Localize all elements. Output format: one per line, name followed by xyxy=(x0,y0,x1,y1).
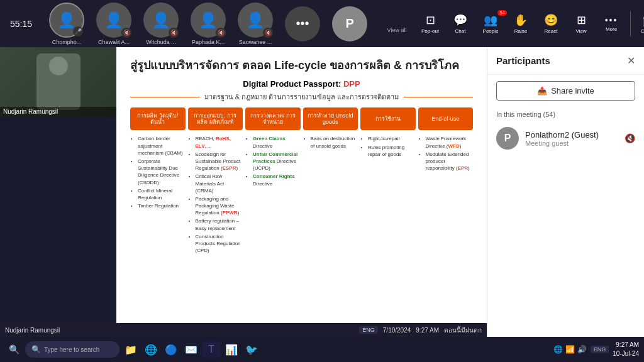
box-3: การทำลาย Unsold goods xyxy=(303,107,358,130)
taskbar-file-icon[interactable]: 📁 xyxy=(122,341,140,358)
toolbar-right: ⊡ Pop-out 💬 Chat 👥 54 People ✋ Raise 😊 R… xyxy=(419,11,644,36)
react-label: React xyxy=(545,28,558,34)
bullet-6-0: Waste Framework Directive (WFD) xyxy=(426,135,474,149)
bullet-6-1: Modulate Extended producer responsibilit… xyxy=(426,151,474,172)
bullet-3-0: Green Claims Directive xyxy=(253,135,301,149)
participant-name-0: Ponlathorn2 (Guest) xyxy=(525,130,618,140)
bullet-col-6: Waste Framework Directive (WFD) Modulate… xyxy=(418,135,474,255)
search-bar[interactable]: 🔍 Type here to search xyxy=(25,341,119,358)
bullet-2-3: Packaging and Packaging Waste Regulation… xyxy=(196,195,243,217)
taskbar-chrome-icon[interactable]: 🔵 xyxy=(162,341,180,358)
react-icon: 😊 xyxy=(544,13,558,27)
box-0: การผลิต วัตถุดิบ/ ต้นน้ำ xyxy=(130,107,186,130)
slide-content: สู่รูปแบบบริหารจัดการ ตลอด Life-cycle ขอ… xyxy=(116,47,487,337)
thumb-host: 👤 🎤 Chompho... xyxy=(45,3,89,45)
more-button[interactable]: ••• More xyxy=(600,15,623,32)
taskbar-mail-icon[interactable]: ✉️ xyxy=(182,341,200,358)
system-clock: 9:27 AM 10-Jul-24 xyxy=(613,341,639,358)
more-participants-btn[interactable]: ••• xyxy=(285,6,320,41)
taskbar-lang: ENG xyxy=(591,346,609,353)
bottom-date: 7/10/2024 xyxy=(383,327,411,334)
thumb-name-0: Chompho... xyxy=(47,39,87,45)
bottom-bar-right: ENG 7/10/2024 9:27 AM ตอนนี้มีฝนตก xyxy=(359,326,482,335)
people-label: People xyxy=(483,28,499,34)
bullet-2-0: REACH, RoHS, ELV, ... xyxy=(196,135,243,149)
chat-button[interactable]: 💬 Chat xyxy=(449,13,472,34)
bullet-1-2: Conflict Mineral Regulation xyxy=(138,187,186,201)
bullet-col-1: Carbon border adjustment mechanism (CBAM… xyxy=(130,135,186,255)
view-all-thumb[interactable]: View all xyxy=(375,14,419,33)
taskbar-app2-icon[interactable]: 🐦 xyxy=(243,341,260,358)
camera-label: Camera xyxy=(641,28,644,34)
people-button[interactable]: 👥 54 People xyxy=(479,13,502,34)
tray-network-icon: 🌐 xyxy=(553,345,563,354)
participants-panel: Participants ✕ 📤 Share invite In this me… xyxy=(487,47,644,337)
raise-icon: ✋ xyxy=(514,13,528,27)
participant-item-0: P Ponlathorn2 (Guest) Meeting guest 🔇 xyxy=(487,122,644,155)
bullet-col-2: REACH, RoHS, ELV, ... Ecodesign for Sust… xyxy=(188,135,243,255)
box-4: การใช้งาน xyxy=(360,107,416,130)
system-tray: 🌐 📶 🔊 xyxy=(553,345,587,354)
participant-mute-icon-0: 🔇 xyxy=(625,133,635,143)
people-badge: 54 xyxy=(497,10,507,16)
lang-badge: ENG xyxy=(359,326,378,334)
bullet-col-4: Bans on destruction of unsold goods xyxy=(303,135,358,255)
presenter-name: Nudjarin Ramungsil xyxy=(5,327,60,334)
taskbar-edge-icon[interactable]: 🌐 xyxy=(142,341,160,358)
bullet-1-0: Carbon border adjustment mechanism (CBAM… xyxy=(138,135,186,156)
react-button[interactable]: 😊 React xyxy=(540,13,562,34)
bullet-3-2: Consumer Rights Directive xyxy=(253,173,301,187)
participant-avatar-0: P xyxy=(496,127,519,150)
thumb-name-1: Chawalit A... xyxy=(94,39,135,45)
thumb-p: P xyxy=(328,6,372,41)
mic-1: 🔇 xyxy=(121,28,131,38)
bullet-1-1: Corporate Sustainability Due Diligence D… xyxy=(138,158,186,186)
avatar-3: 👤 🔇 xyxy=(191,3,226,38)
pop-out-button[interactable]: ⊡ Pop-out xyxy=(419,13,441,34)
share-invite-button[interactable]: 📤 Share invite xyxy=(496,81,635,101)
clock-date: 10-Jul-24 xyxy=(613,349,639,358)
bullet-2-5: Construction Products Regulation (CPD) xyxy=(196,233,243,255)
thumb-4: 👤 🔇 Saowanee ... xyxy=(233,3,277,45)
bullet-5-0: Right-to-repair xyxy=(368,135,416,142)
slide-subtitle: มาตรฐาน & กฎหมาย ด้านการรายงานข้อมูล และ… xyxy=(199,91,404,102)
taskbar: 🔍 🔍 Type here to search 📁 🌐 🔵 ✉️ T 📊 🐦 🌐… xyxy=(0,337,644,362)
people-icon: 👥 xyxy=(484,13,497,27)
pop-out-label: Pop-out xyxy=(421,28,439,34)
thumb-more[interactable]: ••• xyxy=(280,6,325,41)
dpp-acronym: DPP xyxy=(343,79,360,89)
taskbar-right: 🌐 📶 🔊 ENG 9:27 AM 10-Jul-24 xyxy=(553,341,639,358)
thumb-name-3: Paphada K... xyxy=(188,39,229,45)
bullet-4-0: Bans on destruction of unsold goods xyxy=(311,135,358,149)
close-panel-button[interactable]: ✕ xyxy=(627,55,635,67)
chat-label: Chat xyxy=(455,28,466,34)
taskbar-teams-icon[interactable]: T xyxy=(203,341,220,358)
search-placeholder: Type here to search xyxy=(44,346,99,353)
view-label: View xyxy=(575,28,586,34)
raise-button[interactable]: ✋ Raise xyxy=(509,13,532,34)
top-bar: 55:15 👤 🎤 Chompho... 👤 🔇 Chawalit A... 👤… xyxy=(0,0,644,47)
view-all-label[interactable]: View all xyxy=(387,27,407,33)
host-avatar: 👤 🎤 xyxy=(49,3,84,38)
camera-button[interactable]: 📷 Camera xyxy=(638,13,644,34)
mic-4: 🔇 xyxy=(263,28,273,38)
host-name: Nudjarin Ramungsil xyxy=(3,108,58,115)
pop-out-icon: ⊡ xyxy=(426,13,435,27)
participant-info-0: Ponlathorn2 (Guest) Meeting guest xyxy=(525,130,618,147)
bullet-col-3: Green Claims Directive Unfair Commercial… xyxy=(245,135,301,255)
participant-thumbnails: 👤 🎤 Chompho... 👤 🔇 Chawalit A... 👤 🔇 Wit… xyxy=(45,3,419,45)
search-icon-taskbar: 🔍 xyxy=(31,345,41,354)
avatar-p: P xyxy=(332,6,367,41)
host-video-bg: Nudjarin Ramungsil xyxy=(0,47,116,116)
host-mic-icon: 🎤 xyxy=(73,26,83,36)
box-5: End-of-use xyxy=(418,107,474,130)
taskbar-app1-icon[interactable]: 📊 xyxy=(223,341,240,358)
box-2: การวางตลาด/ การจำหน่าย xyxy=(245,107,301,130)
participant-role-0: Meeting guest xyxy=(525,140,618,147)
clock-time: 9:27 AM xyxy=(613,341,639,349)
host-person-figure xyxy=(36,53,80,110)
slide-area: สู่รูปแบบบริหารจัดการ ตลอด Life-cycle ขอ… xyxy=(116,47,487,337)
mic-2: 🔇 xyxy=(169,28,179,38)
view-button[interactable]: ⊞ View xyxy=(570,13,592,34)
panel-title: Participants xyxy=(496,55,550,66)
